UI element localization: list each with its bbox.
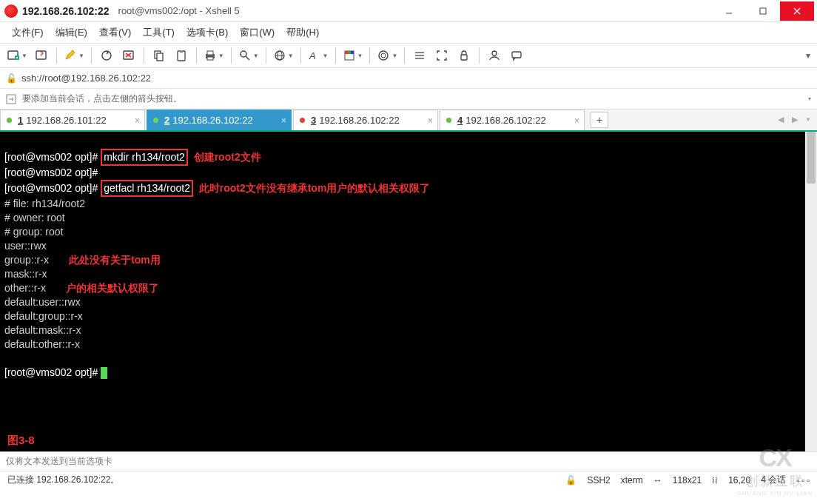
scrollbar-thumb[interactable] xyxy=(807,132,816,184)
status-dot-icon xyxy=(300,118,305,123)
svg-rect-27 xyxy=(345,51,348,54)
tab-close-icon[interactable]: × xyxy=(428,115,433,126)
web-button[interactable]: ▼ xyxy=(271,45,296,66)
tab-nav-arrows[interactable]: ◀ ▶▼ xyxy=(778,115,814,124)
paste-button[interactable] xyxy=(171,45,192,66)
svg-rect-36 xyxy=(512,52,521,58)
menu-window[interactable]: 窗口(W) xyxy=(235,23,279,42)
new-tab-button[interactable]: + xyxy=(591,112,608,128)
reconnect-button[interactable] xyxy=(96,45,117,66)
session-tab-2[interactable]: 2 192.168.26.102:22 × xyxy=(147,110,292,130)
lines-button[interactable] xyxy=(409,45,430,66)
terminal-output: group::r-x xyxy=(4,254,49,266)
find-button[interactable]: ▼ xyxy=(236,45,261,66)
toolbar-overflow[interactable]: ▾ xyxy=(804,50,813,61)
lock-button[interactable] xyxy=(454,45,474,66)
svg-line-21 xyxy=(246,56,249,60)
tab-strip: 1 192.168.26.101:22 × 2 192.168.26.102:2… xyxy=(0,110,817,132)
svg-text:A: A xyxy=(309,50,316,61)
annotation: 创建root2文件 xyxy=(194,151,261,163)
tab-number: 3 xyxy=(311,115,316,126)
menu-tabs[interactable]: 选项卡(B) xyxy=(182,23,232,42)
watermark-cn: 创新互联 xyxy=(737,472,813,490)
chevron-down-icon: ▼ xyxy=(253,53,259,59)
status-connection: 已连接 192.168.26.102:22。 xyxy=(7,474,119,486)
status-dot-icon xyxy=(7,118,12,123)
svg-rect-14 xyxy=(157,53,163,61)
terminal-prompt: [root@vms002 opt]# xyxy=(4,182,98,194)
minimize-button[interactable] xyxy=(712,1,746,21)
tab-label: 192.168.26.101:22 xyxy=(26,115,106,126)
session-tab-1[interactable]: 1 192.168.26.101:22 × xyxy=(0,110,145,130)
scrollbar[interactable] xyxy=(805,132,817,451)
window-buttons xyxy=(712,1,814,21)
status-size: 118x21 xyxy=(673,475,702,485)
status-dot-icon xyxy=(446,118,451,123)
user-button[interactable] xyxy=(484,45,505,66)
fullscreen-button[interactable] xyxy=(431,45,452,66)
maximize-button[interactable] xyxy=(746,1,780,21)
status-pos-icon: ⁞⁞ xyxy=(712,475,718,485)
chevron-down-icon: ▼ xyxy=(218,53,224,59)
status-terminal-type: xterm xyxy=(621,475,643,485)
svg-point-30 xyxy=(379,51,388,60)
address-url[interactable]: ssh://root@192.168.26.102:22 xyxy=(21,73,151,84)
title-suffix: root@vms002:/opt - Xshell 5 xyxy=(118,5,240,16)
session-tab-4[interactable]: 4 192.168.26.102:22 × xyxy=(440,110,585,130)
open-session-button[interactable] xyxy=(31,45,52,66)
watermark-py: CHUANG XIN HU LIAN xyxy=(737,490,813,497)
terminal-area[interactable]: [root@vms002 opt]# mkdir rh134/root2 创建r… xyxy=(0,132,817,451)
menu-edit[interactable]: 编辑(E) xyxy=(51,23,92,42)
svg-rect-16 xyxy=(180,50,183,53)
tab-close-icon[interactable]: × xyxy=(135,115,140,126)
watermark-logo: CX xyxy=(737,443,813,472)
status-protocol: SSH2 xyxy=(587,475,610,485)
chevron-down-icon: ▼ xyxy=(323,53,329,59)
edit-button[interactable]: ▼ xyxy=(61,45,87,66)
status-bar: 已连接 192.168.26.102:22。 🔓 SSH2 xterm ↔ 11… xyxy=(0,471,817,488)
close-button[interactable] xyxy=(780,1,814,21)
hint-overflow[interactable]: ▾ xyxy=(808,95,811,102)
hint-bar: 要添加当前会话，点击左侧的箭头按钮。 ▾ xyxy=(0,89,817,110)
terminal-prompt: [root@vms002 opt]# xyxy=(4,167,98,178)
send-bar-text: 仅将文本发送到当前选项卡 xyxy=(6,455,112,468)
terminal-output: default:user::rwx xyxy=(4,296,81,308)
disconnect-button[interactable] xyxy=(118,45,139,66)
annotation: 户的相关默认权限了 xyxy=(66,282,159,294)
menu-file[interactable]: 文件(F) xyxy=(7,23,48,42)
annotation: 此时root2文件没有继承tom用户的默认相关权限了 xyxy=(199,182,431,194)
tab-close-icon[interactable]: × xyxy=(281,115,286,126)
status-lock-icon: 🔓 xyxy=(565,475,576,485)
terminal-output: default:mask::r-x xyxy=(4,324,81,336)
chat-button[interactable] xyxy=(506,45,527,66)
chevron-down-icon: ▼ xyxy=(391,53,397,59)
terminal-output: mask::r-x xyxy=(4,268,47,280)
title-bar: 192.168.26.102:22 root@vms002:/opt - Xsh… xyxy=(0,0,817,22)
terminal-output: # owner: root xyxy=(4,212,65,224)
chevron-down-icon: ▼ xyxy=(357,53,363,59)
script-button[interactable]: ▼ xyxy=(374,45,400,66)
svg-rect-34 xyxy=(461,55,467,60)
color-scheme-button[interactable]: ▼ xyxy=(340,45,366,66)
toolbar: ▼ ▼ ▼ ▼ ▼ A ▼ ▼ xyxy=(0,43,817,68)
figure-label: 图3-8 xyxy=(7,433,35,447)
menu-tools[interactable]: 工具(T) xyxy=(138,23,179,42)
menu-help[interactable]: 帮助(H) xyxy=(282,23,323,42)
terminal-output: # group: root xyxy=(4,226,63,238)
print-button[interactable]: ▼ xyxy=(201,45,226,66)
terminal-output: default:group::r-x xyxy=(4,310,83,322)
chevron-down-icon: ▼ xyxy=(288,53,294,59)
tab-close-icon[interactable]: × xyxy=(574,115,579,126)
tab-number: 2 xyxy=(164,115,169,126)
hint-arrow-icon[interactable] xyxy=(6,94,16,104)
new-session-button[interactable]: ▼ xyxy=(4,45,30,66)
session-tab-3[interactable]: 3 192.168.26.102:22 × xyxy=(293,110,438,130)
terminal-output: default:other::r-x xyxy=(4,338,80,350)
tab-number: 1 xyxy=(18,115,23,126)
hint-text: 要添加当前会话，点击左侧的箭头按钮。 xyxy=(22,93,182,105)
lock-icon: 🔓 xyxy=(6,73,17,84)
tab-label: 192.168.26.102:22 xyxy=(172,115,252,126)
font-button[interactable]: A ▼ xyxy=(306,45,331,66)
menu-view[interactable]: 查看(V) xyxy=(95,23,135,42)
copy-button[interactable] xyxy=(149,45,169,66)
